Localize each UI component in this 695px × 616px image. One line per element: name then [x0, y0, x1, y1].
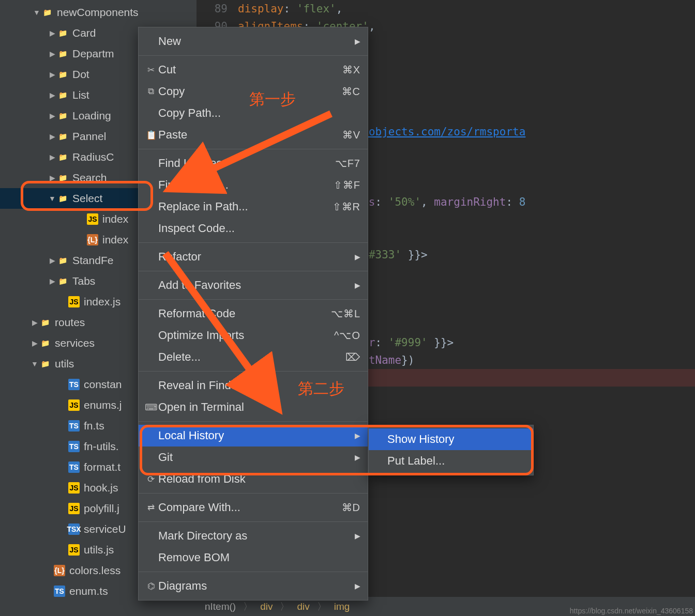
menu-item[interactable]: ⌨Open in Terminal — [139, 396, 368, 418]
menu-item[interactable]: Remove BOM — [139, 547, 368, 568]
submenu-item[interactable]: Put Label... — [369, 450, 533, 472]
menu-item-label: Add to Favorites — [158, 279, 355, 292]
submenu-item-label: Put Label... — [387, 454, 445, 468]
menu-item[interactable]: Git▶ — [139, 446, 368, 468]
submenu-arrow-icon: ▶ — [355, 253, 360, 261]
menu-item-label: Diagrams — [158, 579, 355, 593]
disclosure-arrow-icon[interactable]: ▶ — [48, 29, 57, 37]
menu-item[interactable]: Local History▶ — [139, 425, 368, 446]
ts-file-icon: TS — [68, 420, 80, 432]
folder-icon: 📁 — [39, 317, 51, 328]
menu-item[interactable]: ⇄Compare With...⌘D — [139, 497, 368, 518]
folder-icon: 📁 — [57, 89, 68, 101]
ts-file-icon: TS — [68, 441, 80, 452]
disclosure-arrow-icon[interactable]: ▶ — [48, 174, 57, 182]
context-submenu[interactable]: Show HistoryPut Label... — [368, 425, 534, 475]
blank-icon — [144, 35, 158, 48]
tree-item-label: fn-utils. — [84, 440, 119, 453]
disclosure-arrow-icon[interactable]: ▶ — [48, 112, 57, 120]
blank-icon — [144, 279, 158, 291]
disclosure-arrow-icon[interactable]: ▶ — [48, 70, 57, 79]
menu-item-label: Copy — [158, 85, 342, 98]
folder-icon: 📁 — [57, 27, 68, 39]
menu-item[interactable]: Reveal in Finder — [139, 375, 368, 396]
menu-item[interactable]: Reformat Code⌥⌘L — [139, 303, 368, 325]
menu-item[interactable]: ✂Cut⌘X — [139, 59, 368, 81]
less-file-icon: {L} — [87, 234, 98, 245]
tree-item-label: colors.less — [69, 564, 120, 577]
tree-item-label: services — [55, 337, 95, 349]
tree-item-label: enum.ts — [69, 585, 108, 597]
submenu-item-label: Show History — [387, 433, 455, 446]
blank-icon — [144, 201, 158, 213]
disclosure-arrow-icon[interactable]: ▶ — [48, 256, 57, 265]
menu-item[interactable]: Inspect Code... — [139, 218, 368, 239]
disclosure-arrow-icon[interactable]: ▼ — [30, 360, 39, 368]
folder-icon: 📁 — [57, 275, 68, 287]
menu-item-label: Paste — [158, 128, 342, 142]
disclosure-arrow-icon[interactable]: ▶ — [48, 50, 57, 58]
menu-item-label: Local History — [158, 429, 355, 442]
disclosure-arrow-icon[interactable]: ▶ — [48, 277, 57, 285]
tree-item-label: hook.js — [84, 482, 118, 494]
disclosure-arrow-icon[interactable]: ▼ — [32, 8, 41, 17]
submenu-arrow-icon: ▶ — [355, 532, 360, 540]
menu-item-shortcut: ⌥⌘L — [331, 307, 360, 320]
context-menu[interactable]: New▶✂Cut⌘X⧉Copy⌘CCopy Path...📋Paste⌘VFin… — [138, 27, 368, 600]
disclosure-arrow-icon[interactable]: ▶ — [30, 339, 39, 347]
menu-item[interactable]: Add to Favorites▶ — [139, 274, 368, 296]
menu-item-label: Optimize Imports — [158, 329, 334, 342]
disclosure-arrow-icon[interactable]: ▶ — [48, 153, 57, 161]
menu-item[interactable]: ⌬Diagrams▶ — [139, 575, 368, 597]
folder-icon: 📁 — [39, 337, 51, 349]
menu-item-label: Find in Path... — [158, 178, 334, 192]
folder-icon: 📁 — [57, 172, 68, 183]
tree-item-label: Pannel — [72, 130, 106, 143]
menu-item[interactable]: Find in Path...⇧⌘F — [139, 174, 368, 196]
js-file-icon: JS — [68, 544, 80, 556]
menu-item[interactable]: New▶ — [139, 30, 368, 52]
ts-file-icon: TS — [54, 586, 65, 597]
tree-item-label: newComponents — [57, 6, 139, 19]
tree-item-label: constan — [84, 378, 122, 391]
tree-item-label: Dot — [72, 68, 89, 81]
submenu-arrow-icon: ▶ — [355, 281, 360, 289]
code-line[interactable]: display: 'flex', — [238, 0, 695, 18]
submenu-arrow-icon: ▶ — [355, 432, 360, 440]
tree-item-label: fn.ts — [84, 420, 104, 432]
menu-item-label: Git — [158, 451, 355, 464]
menu-item-label: Refactor — [158, 250, 355, 264]
tree-item-label: polyfill.j — [84, 502, 119, 515]
compare-icon: ⇄ — [144, 501, 158, 514]
blank-icon — [144, 179, 158, 191]
tree-item-label: index.js — [84, 296, 120, 308]
menu-item[interactable]: ⟳Reload from Disk — [139, 468, 368, 490]
line-number: 89 — [197, 0, 228, 18]
menu-item[interactable]: ⧉Copy⌘C — [139, 81, 368, 102]
reload-icon: ⟳ — [144, 473, 158, 485]
js-file-icon: JS — [68, 482, 80, 494]
menu-item-shortcut: ⌘X — [342, 64, 360, 76]
disclosure-arrow-icon[interactable]: ▶ — [48, 91, 57, 99]
menu-item[interactable]: Copy Path... — [139, 102, 368, 124]
menu-item[interactable]: 📋Paste⌘V — [139, 124, 368, 146]
menu-item-shortcut: ^⌥O — [334, 329, 360, 342]
blank-icon — [144, 530, 158, 542]
disclosure-arrow-icon[interactable]: ▶ — [48, 132, 57, 141]
menu-item-label: Compare With... — [158, 501, 342, 514]
disclosure-arrow-icon[interactable]: ▶ — [30, 318, 39, 327]
disclosure-arrow-icon[interactable]: ▼ — [48, 194, 57, 203]
menu-item[interactable]: Optimize Imports^⌥O — [139, 325, 368, 346]
blank-icon — [144, 429, 158, 442]
menu-item-label: New — [158, 35, 355, 48]
menu-item-label: Reformat Code — [158, 307, 331, 320]
menu-item[interactable]: Delete...⌦ — [139, 346, 368, 368]
menu-item[interactable]: Refactor▶ — [139, 246, 368, 268]
tree-item[interactable]: ▼📁newComponents — [0, 2, 197, 23]
tree-item-label: Loading — [72, 110, 111, 122]
submenu-arrow-icon: ▶ — [355, 582, 360, 590]
menu-item[interactable]: Find Usages⌥F7 — [139, 152, 368, 174]
menu-item[interactable]: Replace in Path...⇧⌘R — [139, 196, 368, 218]
menu-item[interactable]: Mark Directory as▶ — [139, 525, 368, 547]
submenu-item[interactable]: Show History — [369, 428, 533, 450]
